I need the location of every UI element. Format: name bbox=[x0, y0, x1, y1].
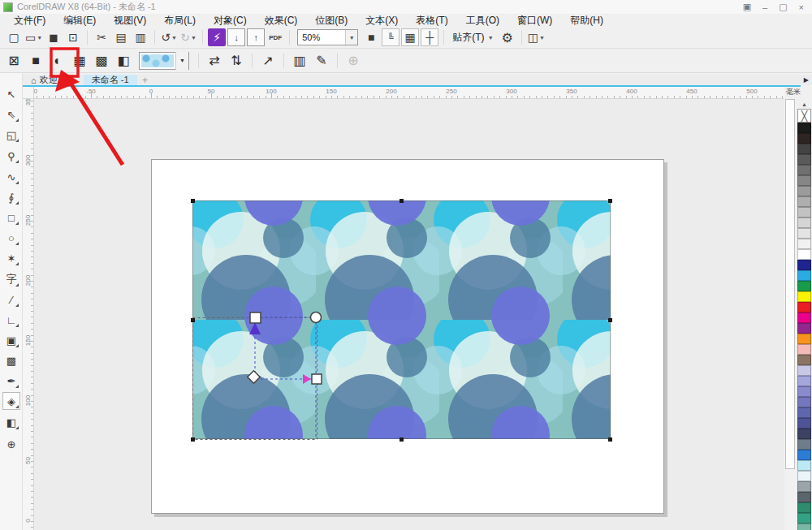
vector-pattern-fill-button[interactable]: ▦ bbox=[70, 51, 89, 71]
menu-item-11[interactable]: 帮助(H) bbox=[561, 14, 612, 28]
search-content-button[interactable]: ⚡ bbox=[208, 28, 226, 46]
color-swatch[interactable] bbox=[797, 386, 811, 397]
show-guidelines-toggle[interactable]: ┼ bbox=[421, 28, 438, 46]
smart-fill-tool[interactable]: ◧ bbox=[2, 413, 20, 431]
color-swatch[interactable] bbox=[797, 502, 811, 513]
copy-button[interactable]: ▤ bbox=[112, 28, 130, 46]
menu-item-8[interactable]: 表格(T) bbox=[407, 14, 456, 28]
close-button[interactable]: × bbox=[799, 2, 804, 12]
color-swatch[interactable] bbox=[797, 196, 811, 207]
menu-item-0[interactable]: 文件(F) bbox=[5, 14, 54, 28]
menu-item-10[interactable]: 窗口(W) bbox=[508, 14, 561, 28]
color-swatch[interactable] bbox=[797, 450, 811, 460]
color-swatch[interactable] bbox=[797, 133, 811, 144]
color-swatch[interactable] bbox=[797, 186, 811, 196]
uniform-fill-button[interactable]: ■ bbox=[26, 51, 45, 71]
open-button[interactable]: ▭▼ bbox=[24, 28, 43, 46]
two-color-pattern-fill-button[interactable]: ◧ bbox=[114, 51, 133, 71]
show-rulers-toggle[interactable]: ╚ bbox=[382, 28, 400, 46]
new-tab-button[interactable]: + bbox=[137, 75, 153, 85]
horizontal-ruler[interactable]: -100-50050100150200250300350400450500 bbox=[34, 87, 784, 99]
publish-pdf-button[interactable]: PDF bbox=[266, 28, 284, 46]
window-layout-button[interactable]: ◫▼ bbox=[527, 28, 546, 46]
color-swatch[interactable] bbox=[797, 334, 811, 344]
menu-item-7[interactable]: 文本(X) bbox=[356, 14, 407, 28]
color-swatch[interactable] bbox=[797, 281, 811, 291]
artistic-media-tool[interactable]: ∮ bbox=[2, 188, 20, 206]
color-swatch[interactable] bbox=[797, 260, 811, 270]
color-swatch[interactable] bbox=[797, 376, 811, 386]
menu-item-6[interactable]: 位图(B) bbox=[306, 14, 356, 28]
undo-button[interactable]: ↺▼ bbox=[160, 28, 178, 46]
transparency-tool[interactable]: ▩ bbox=[2, 351, 20, 369]
color-swatch[interactable] bbox=[797, 492, 811, 502]
color-swatch[interactable] bbox=[797, 218, 811, 228]
vertical-scrollbar[interactable] bbox=[784, 99, 796, 530]
color-eyedropper-tool[interactable]: ✒ bbox=[2, 372, 20, 390]
dimension-tool[interactable]: ∕ bbox=[2, 291, 20, 308]
color-swatch[interactable] bbox=[797, 460, 811, 471]
bitmap-pattern-fill-button[interactable]: ▩ bbox=[92, 51, 111, 71]
rectangle-tool[interactable]: □ bbox=[2, 209, 20, 226]
pick-tool[interactable]: ↖ bbox=[2, 85, 20, 103]
new-document-button[interactable]: ▢ bbox=[5, 28, 23, 46]
color-swatch[interactable] bbox=[797, 397, 811, 407]
chevron-down-icon[interactable]: ▼ bbox=[175, 52, 188, 70]
menu-item-5[interactable]: 效果(C) bbox=[256, 14, 307, 28]
color-swatch[interactable] bbox=[797, 207, 811, 218]
chevron-down-icon[interactable]: ▼ bbox=[345, 30, 357, 45]
snap-to-button[interactable]: 贴齐(T) ▼ bbox=[449, 28, 497, 46]
cut-button[interactable]: ✂ bbox=[93, 28, 110, 46]
color-swatch[interactable] bbox=[797, 418, 811, 429]
color-swatch[interactable] bbox=[797, 439, 811, 450]
tab-welcome-screen[interactable]: ⌂ 欢迎屏幕 bbox=[23, 75, 84, 85]
drop-shadow-tool[interactable]: ▣ bbox=[2, 331, 20, 349]
menu-item-3[interactable]: 布局(L) bbox=[155, 14, 205, 28]
no-fill-button[interactable]: ⊠ bbox=[4, 51, 24, 71]
color-swatch[interactable] bbox=[797, 481, 811, 492]
crop-tool[interactable]: ◱ bbox=[2, 126, 20, 144]
restore-button[interactable]: ▢ bbox=[779, 2, 787, 12]
minimize-button[interactable]: – bbox=[762, 2, 767, 12]
fill-picker-dropdown[interactable]: ▼ bbox=[139, 52, 189, 70]
polygon-tool[interactable]: ✶ bbox=[2, 249, 20, 267]
add-tool-button[interactable]: ⊕ bbox=[2, 435, 20, 453]
menu-item-9[interactable]: 工具(O) bbox=[457, 14, 508, 28]
paste-button[interactable]: ▥ bbox=[132, 28, 149, 46]
color-swatch[interactable] bbox=[797, 365, 811, 376]
color-swatch[interactable] bbox=[797, 228, 811, 239]
fountain-fill-button[interactable]: ◐ bbox=[48, 51, 67, 71]
color-swatch[interactable] bbox=[797, 355, 811, 365]
color-swatch[interactable] bbox=[797, 249, 811, 260]
show-grid-toggle[interactable]: ▦ bbox=[401, 28, 419, 46]
import-button[interactable]: ↓ bbox=[227, 28, 245, 46]
color-swatch[interactable] bbox=[797, 165, 811, 175]
connector-tool[interactable]: ∟ bbox=[2, 311, 20, 329]
color-swatch[interactable] bbox=[797, 344, 811, 355]
color-swatch[interactable] bbox=[797, 270, 811, 281]
zoom-tool[interactable]: ⚲ bbox=[2, 147, 20, 165]
add-preset-button[interactable]: ⊕ bbox=[343, 51, 363, 71]
color-swatch[interactable] bbox=[797, 123, 811, 133]
color-swatch[interactable] bbox=[797, 513, 811, 524]
vertical-ruler[interactable]: 350300250200150100500 bbox=[23, 99, 34, 530]
signin-icon[interactable]: ▣ bbox=[743, 2, 751, 12]
tab-untitled-document[interactable]: 未命名 -1 bbox=[84, 75, 137, 85]
transform-fill-button[interactable]: ↗ bbox=[258, 51, 278, 71]
mirror-tiles-horizontally-button[interactable]: ⇄ bbox=[205, 51, 224, 71]
color-swatch[interactable] bbox=[797, 524, 811, 530]
color-swatch[interactable] bbox=[797, 323, 811, 334]
color-swatch[interactable] bbox=[797, 407, 811, 418]
print-button[interactable]: ⊡ bbox=[64, 28, 82, 46]
shape-tool[interactable]: ⇖ bbox=[2, 106, 20, 123]
palette-scroll-up-button[interactable]: ▲ bbox=[797, 99, 812, 109]
mirror-tiles-vertically-button[interactable]: ⇅ bbox=[227, 51, 246, 71]
color-swatch[interactable] bbox=[797, 291, 811, 302]
menu-item-2[interactable]: 视图(V) bbox=[105, 14, 155, 28]
color-swatch[interactable] bbox=[797, 239, 811, 249]
options-button[interactable]: ⚙ bbox=[499, 28, 516, 46]
color-swatch[interactable] bbox=[797, 154, 811, 165]
color-swatch[interactable] bbox=[797, 471, 811, 481]
zoom-level-value[interactable]: 50% bbox=[298, 32, 345, 42]
color-swatch[interactable] bbox=[797, 144, 811, 154]
